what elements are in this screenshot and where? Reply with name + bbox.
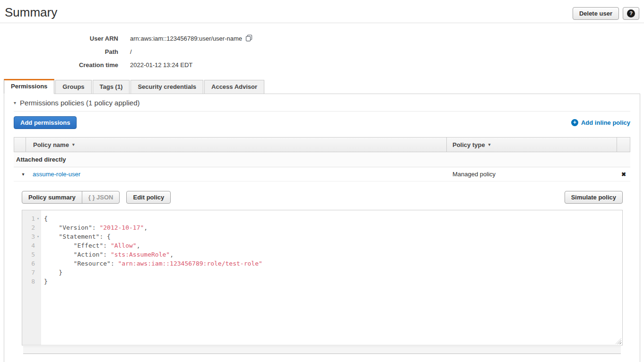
add-inline-policy-label: Add inline policy [581,119,630,126]
delete-user-button[interactable]: Delete user [573,7,619,20]
simulate-policy-button[interactable]: Simulate policy [565,191,623,204]
policy-row: ▾ assume-role-user Managed policy ✖ [14,167,630,181]
path-label: Path [0,48,118,55]
code-text: } [41,277,48,286]
fold-spacer [35,259,41,268]
policy-actions-row: Add permissions + Add inline policy [14,116,630,129]
tab-bar: Permissions Groups Tags (1) Security cre… [4,79,640,94]
creation-time-label: Creation time [0,61,118,69]
code-line: 4 "Effect": "Allow", [22,241,622,250]
permissions-tab-panel: ▾ Permissions policies (1 policy applied… [4,94,640,362]
code-text: "Resource": "arn:aws:iam::123456789:role… [41,259,262,268]
permissions-policies-section-header[interactable]: ▾ Permissions policies (1 policy applied… [14,94,630,112]
user-arn-label: User ARN [0,35,118,42]
fold-spacer [35,223,41,232]
code-line: 6 "Resource": "arn:aws:iam::123456789:ro… [22,259,622,268]
plus-icon: + [571,119,578,126]
line-number: 7 [22,268,35,277]
copy-icon[interactable] [245,34,252,43]
json-view-button[interactable]: { } JSON [82,191,120,203]
creation-time-value: 2022-01-12 13:24 EDT [130,61,192,69]
user-meta: User ARN arn:aws:iam::123456789:user/use… [0,23,644,79]
code-line: 8} [22,277,622,286]
permissions-policies-title: Permissions policies (1 policy applied) [20,99,139,107]
help-icon: ? [627,9,635,17]
meta-row-path: Path / [0,45,644,58]
code-area: 1▾{2 "Version": "2012-10-17",3▾ "Stateme… [22,214,622,286]
policies-table: Policy name ▾ Policy type ▾ Attached dir… [14,137,630,354]
code-line: 1▾{ [22,214,622,223]
add-inline-policy-link[interactable]: + Add inline policy [571,119,630,126]
tab-security-credentials[interactable]: Security credentials [131,80,203,94]
tab-groups[interactable]: Groups [55,80,91,94]
line-number: 2 [22,223,35,232]
fold-spacer [35,250,41,259]
iam-user-summary-page: Summary Delete user ? User ARN arn:aws:i… [0,0,644,362]
tab-tags[interactable]: Tags (1) [93,80,130,94]
header-actions: Delete user ? [573,7,639,20]
add-permissions-button[interactable]: Add permissions [14,116,77,129]
collapse-icon: ▾ [14,100,16,105]
row-expander-icon[interactable]: ▾ [14,172,33,177]
code-text: "Action": "sts:AssumeRole", [41,250,174,259]
policies-table-header: Policy name ▾ Policy type ▾ [14,137,630,152]
tab-access-advisor[interactable]: Access Advisor [204,80,264,94]
sort-caret-icon: ▾ [488,142,491,147]
attached-directly-group-row: Attached directly [14,152,630,167]
resize-handle[interactable] [616,338,621,344]
fold-spacer [35,241,41,250]
meta-row-user-arn: User ARN arn:aws:iam::123456789:user/use… [0,32,644,45]
policy-name-column-header[interactable]: Policy name ▾ [26,138,446,152]
code-line: 7 } [22,268,622,277]
user-arn-value: arn:aws:iam::123456789:user/user-name [130,35,242,42]
code-line: 2 "Version": "2012-10-17", [22,223,622,232]
tab-permissions[interactable]: Permissions [4,79,54,94]
table-footer-strip [23,346,621,354]
fold-spacer [35,268,41,277]
expander-column-header [14,138,26,152]
line-number: 5 [22,250,35,259]
policy-summary-button[interactable]: Policy summary [22,191,82,203]
policy-type-value: Managed policy [447,171,617,178]
edit-policy-button[interactable]: Edit policy [126,191,171,204]
line-number: 1 [22,214,35,223]
detach-policy-icon[interactable]: ✖ [621,171,626,178]
actions-column-header [617,138,630,152]
sort-caret-icon: ▾ [72,142,75,147]
page-header: Summary Delete user ? [0,0,644,20]
code-text: "Effect": "Allow", [41,241,140,250]
help-button[interactable]: ? [623,7,639,20]
code-text: { [41,214,48,223]
policy-json-editor[interactable]: 1▾{2 "Version": "2012-10-17",3▾ "Stateme… [22,210,623,345]
line-number: 3 [22,232,35,241]
line-number: 4 [22,241,35,250]
fold-icon[interactable]: ▾ [35,214,41,223]
code-line: 3▾ "Statement": { [22,232,622,241]
policy-type-column-header[interactable]: Policy type ▾ [446,138,617,152]
line-number: 6 [22,259,35,268]
fold-spacer [35,277,41,286]
policy-name-link[interactable]: assume-role-user [33,171,80,178]
meta-row-creation-time: Creation time 2022-01-12 13:24 EDT [0,58,644,71]
policy-view-toggle: Policy summary { } JSON [22,191,120,204]
page-title: Summary [5,5,57,20]
path-value: / [130,48,132,55]
policy-detail-toolbar: Policy summary { } JSON Edit policy Simu… [22,191,623,204]
code-line: 5 "Action": "sts:AssumeRole", [22,250,622,259]
fold-icon[interactable]: ▾ [35,232,41,241]
line-number: 8 [22,277,35,286]
code-text: "Version": "2012-10-17", [41,223,148,232]
policy-detail-panel: Policy summary { } JSON Edit policy Simu… [14,181,630,346]
code-text: "Statement": { [41,232,111,241]
code-text: } [41,268,62,277]
